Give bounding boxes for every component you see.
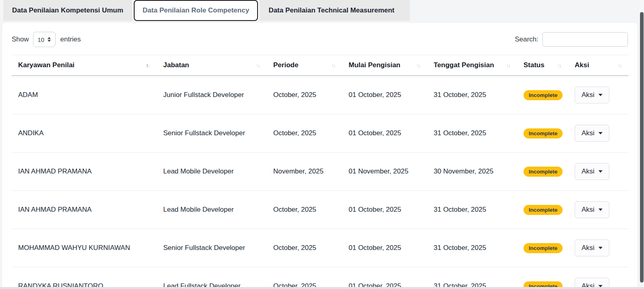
cell-jabatan: Lead Mobile Developer — [157, 153, 267, 191]
cell-aksi: Aksi — [568, 76, 629, 114]
table-row: RANDYKA RUSNIANTOROLead Fullstack Develo… — [12, 267, 629, 289]
aksi-button-label: Aksi — [582, 129, 594, 137]
column-label: Tenggat Pengisian — [434, 61, 494, 69]
cell-tenggat: 31 October, 2025 — [427, 191, 517, 229]
status-badge: Incomplete — [524, 167, 563, 177]
status-badge: Incomplete — [524, 90, 563, 100]
tab-data-penilaian-kompetensi-umum[interactable]: Data Penilaian Kompetensi Umum — [3, 0, 132, 21]
cell-periode: October, 2025 — [267, 76, 342, 114]
aksi-dropdown-button[interactable]: Aksi — [575, 239, 609, 256]
search-input[interactable] — [542, 32, 628, 47]
tab-bar: Data Penilaian Kompetensi Umum Data Peni… — [3, 0, 644, 21]
cell-karyawan: ADAM — [12, 76, 157, 114]
table-row: MOHAMMAD WAHYU KURNIAWANSenior Fullstack… — [12, 229, 629, 267]
column-label: Karyawan Penilai — [18, 61, 75, 69]
cell-status: Incomplete — [517, 76, 568, 114]
status-badge: Incomplete — [524, 205, 563, 215]
caret-down-icon — [598, 94, 602, 96]
column-label: Aksi — [575, 61, 589, 69]
sort-arrows-icon: ↑↓ — [416, 62, 421, 68]
show-label: Show — [12, 35, 29, 43]
column-label: Mulai Pengisian — [349, 61, 400, 69]
column-header-status[interactable]: Status↑↓ — [517, 55, 568, 76]
caret-down-icon — [598, 132, 602, 134]
aksi-button-label: Aksi — [582, 206, 594, 214]
table-header-row: Karyawan Penilai↑↓Jabatan↑↓Periode↑↓Mula… — [12, 55, 629, 76]
cell-jabatan: Senior Fullstack Developer — [157, 229, 267, 267]
cell-tenggat: 31 October, 2025 — [427, 114, 517, 153]
entries-label: entries — [60, 35, 81, 43]
cell-aksi: Aksi — [568, 267, 629, 289]
column-header-mulai[interactable]: Mulai Pengisian↑↓ — [342, 55, 427, 76]
page-length-value: 10 — [37, 36, 44, 43]
tab-data-penilaian-technical-measurement[interactable]: Data Penilaian Technical Measurement — [260, 0, 409, 21]
cell-tenggat: 31 October, 2025 — [427, 76, 517, 114]
column-label: Periode — [273, 61, 298, 69]
cell-status: Incomplete — [517, 153, 568, 191]
page-length-select[interactable]: 10 — [33, 32, 56, 47]
column-header-karyawan[interactable]: Karyawan Penilai↑↓ — [12, 55, 157, 76]
aksi-button-label: Aksi — [582, 167, 594, 175]
table-row: IAN AHMAD PRAMANALead Mobile DeveloperOc… — [12, 191, 629, 229]
table-controls: Show 10 entries Search: — [12, 31, 628, 47]
column-label: Jabatan — [163, 61, 189, 69]
cell-tenggat: 31 October, 2025 — [427, 229, 517, 267]
aksi-dropdown-button[interactable]: Aksi — [575, 87, 609, 103]
table-row: ADAMJunior Fullstack DeveloperOctober, 2… — [12, 76, 629, 114]
caret-down-icon — [598, 170, 602, 173]
cell-aksi: Aksi — [568, 153, 629, 191]
status-badge: Incomplete — [524, 128, 563, 138]
cell-jabatan: Lead Fullstack Developer — [157, 267, 267, 289]
column-header-periode[interactable]: Periode↑↓ — [267, 55, 342, 76]
cell-karyawan: RANDYKA RUSNIANTORO — [12, 267, 157, 289]
aksi-dropdown-button[interactable]: Aksi — [575, 201, 609, 218]
column-header-jabatan[interactable]: Jabatan↑↓ — [157, 55, 267, 76]
caret-down-icon — [598, 208, 602, 211]
cell-tenggat: 30 November, 2025 — [427, 153, 517, 191]
window-bottom-edge — [0, 287, 644, 289]
aksi-dropdown-button[interactable]: Aksi — [575, 125, 609, 142]
table-row: ANDIKASenior Fullstack DeveloperOctober,… — [12, 114, 629, 153]
penilaian-table: Karyawan Penilai↑↓Jabatan↑↓Periode↑↓Mula… — [12, 55, 629, 289]
cell-periode: October, 2025 — [267, 191, 342, 229]
sort-arrows-icon: ↑↓ — [146, 62, 150, 68]
cell-status: Incomplete — [517, 114, 568, 153]
vertical-scrollbar-thumb[interactable] — [640, 12, 644, 283]
cell-periode: October, 2025 — [267, 114, 342, 153]
cell-aksi: Aksi — [568, 191, 629, 229]
cell-mulai: 01 October, 2025 — [342, 76, 427, 114]
cell-karyawan: MOHAMMAD WAHYU KURNIAWAN — [12, 229, 157, 267]
table-body: ADAMJunior Fullstack DeveloperOctober, 2… — [12, 76, 629, 289]
cell-karyawan: ANDIKA — [12, 114, 157, 153]
cell-aksi: Aksi — [568, 114, 629, 153]
cell-mulai: 01 November, 2025 — [342, 153, 427, 191]
table-row: IAN AHMAD PRAMANALead Mobile DeveloperNo… — [12, 153, 629, 191]
column-header-aksi[interactable]: Aksi↑↓ — [568, 55, 629, 76]
cell-mulai: 01 October, 2025 — [342, 229, 427, 267]
aksi-button-label: Aksi — [582, 91, 594, 99]
cell-karyawan: IAN AHMAD PRAMANA — [12, 153, 157, 191]
sort-arrows-icon: ↑↓ — [557, 62, 562, 68]
cell-jabatan: Junior Fullstack Developer — [157, 76, 267, 114]
data-table-card: Show 10 entries Search: Karyawan Penilai… — [2, 22, 638, 289]
tab-data-penilaian-role-competency[interactable]: Data Penilaian Role Competency — [134, 0, 258, 21]
cell-karyawan: IAN AHMAD PRAMANA — [12, 191, 157, 229]
column-header-tenggat[interactable]: Tenggat Pengisian↑↓ — [427, 55, 517, 76]
search-label: Search: — [515, 35, 538, 43]
cell-status: Incomplete — [517, 191, 568, 229]
sort-arrows-icon: ↑↓ — [256, 62, 260, 68]
cell-status: Incomplete — [517, 229, 568, 267]
cell-mulai: 01 October, 2025 — [342, 114, 427, 153]
cell-mulai: 01 October, 2025 — [342, 191, 427, 229]
sort-arrows-icon: ↑↓ — [618, 62, 622, 68]
cell-jabatan: Senior Fullstack Developer — [157, 114, 267, 153]
status-badge: Incomplete — [524, 243, 563, 253]
cell-jabatan: Lead Mobile Developer — [157, 191, 267, 229]
cell-tenggat: 31 October, 2025 — [427, 267, 517, 289]
cell-periode: October, 2025 — [267, 267, 342, 289]
cell-periode: November, 2025 — [267, 153, 342, 191]
aksi-dropdown-button[interactable]: Aksi — [575, 163, 609, 180]
column-label: Status — [524, 61, 544, 69]
aksi-button-label: Aksi — [582, 244, 594, 252]
cell-periode: October, 2025 — [267, 229, 342, 267]
